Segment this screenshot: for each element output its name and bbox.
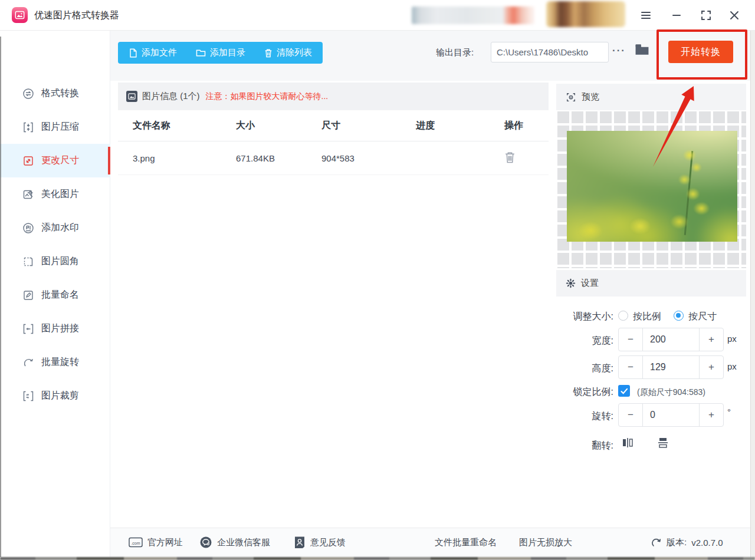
rotate-icon [22, 357, 34, 368]
table-row: 3.png 671.84KB 904*583 [118, 141, 549, 175]
close-icon [728, 9, 740, 21]
radio-by-size-label[interactable]: 按尺寸 [688, 311, 717, 323]
sidebar-item-label: 图片压缩 [41, 121, 79, 133]
sidebar-item-label: 批量旋转 [41, 356, 79, 368]
sidebar-item-label: 图片裁剪 [41, 390, 79, 402]
sidebar-item-compress[interactable]: 图片压缩 [0, 110, 110, 144]
convert-icon [22, 88, 34, 100]
width-unit: px [727, 334, 737, 344]
flip-vertical-icon [656, 436, 669, 449]
browse-more-button[interactable]: ··· [612, 45, 626, 57]
sidebar-item-stitch[interactable]: 图片拼接 [0, 312, 110, 345]
feedback-link[interactable]: 意见反馈 [294, 528, 346, 557]
sidebar-item-batch-rotate[interactable]: 批量旋转 [0, 345, 110, 379]
batch-rename-label: 文件批量重命名 [435, 537, 497, 548]
menu-button[interactable] [635, 5, 657, 26]
active-indicator [108, 147, 110, 174]
rotate-input[interactable]: 0 [642, 404, 700, 426]
rotate-minus-button[interactable]: − [619, 404, 642, 426]
rotate-label: 旋转: [552, 410, 613, 423]
output-dir-label: 输出目录: [436, 47, 474, 58]
settings-title: 设置 [581, 278, 599, 289]
sidebar-item-label: 添加水印 [41, 222, 79, 234]
add-directory-button[interactable]: 添加目录 [196, 47, 245, 58]
sidebar-item-crop[interactable]: 图片裁剪 [0, 379, 110, 413]
width-input[interactable]: 200 [642, 328, 700, 351]
sidebar-item-label: 美化图片 [41, 188, 79, 200]
radio-by-size[interactable] [674, 311, 684, 321]
resize-icon [22, 155, 34, 167]
wechat-support-link[interactable]: 企业微信客服 [199, 528, 270, 557]
height-minus-button[interactable]: − [619, 356, 642, 378]
watermark-icon [22, 222, 34, 234]
radio-by-ratio[interactable] [618, 311, 628, 321]
dot-com-icon: .com [129, 537, 143, 548]
width-plus-button[interactable]: + [700, 328, 723, 351]
chat-icon [199, 536, 212, 549]
col-size: 大小 [236, 120, 321, 132]
lossless-upscale-label: 图片无损放大 [519, 537, 572, 548]
preview-title: 预览 [582, 91, 599, 103]
original-size-note: (原始尺寸904:583) [637, 387, 705, 398]
flip-vertical-button[interactable] [656, 436, 669, 449]
add-files-button[interactable]: 添加文件 [129, 47, 177, 58]
file-action-bar: 添加文件 添加目录 清除列表 [118, 42, 323, 64]
radio-by-ratio-label[interactable]: 按比例 [633, 311, 661, 323]
height-label: 高度: [552, 363, 613, 375]
width-minus-button[interactable]: − [619, 328, 642, 351]
maximize-icon [700, 9, 712, 21]
lossless-upscale-link[interactable]: 图片无损放大 [519, 528, 572, 557]
height-input[interactable]: 129 [642, 356, 700, 378]
output-dir-input[interactable]: C:\Users\17486\Deskto [491, 42, 609, 62]
close-button[interactable] [723, 5, 746, 26]
height-plus-button[interactable]: + [700, 356, 723, 378]
sidebar-item-rounded-corner[interactable]: 图片圆角 [0, 245, 110, 278]
rotate-plus-button[interactable]: + [700, 404, 723, 426]
lock-ratio-label: 锁定比例: [552, 386, 613, 398]
refresh-icon [651, 537, 662, 548]
add-files-label: 添加文件 [142, 47, 177, 58]
crop-icon [22, 390, 34, 402]
app-title: 优速图片格式转换器 [34, 9, 119, 22]
batch-rename-link[interactable]: 文件批量重命名 [435, 528, 497, 557]
stitch-icon [22, 323, 34, 335]
trash-icon [264, 48, 273, 58]
rotate-unit: ° [727, 407, 731, 417]
sidebar-item-format-convert[interactable]: 格式转换 [0, 77, 110, 110]
sidebar: 格式转换 图片压缩 更改尺寸 美化图片 添加水印 图片圆角 批量命名 图片拼接 … [0, 31, 110, 557]
minimize-button[interactable] [665, 5, 688, 26]
sidebar-item-resize[interactable]: 更改尺寸 [0, 144, 110, 177]
photo-flowers [567, 131, 737, 242]
cell-dims: 904*583 [321, 153, 416, 163]
col-filename: 文件名称 [118, 120, 236, 132]
sidebar-item-batch-rename[interactable]: 批量命名 [0, 278, 110, 312]
sidebar-item-beautify[interactable]: 美化图片 [0, 177, 110, 211]
version-value: v2.0.7.0 [691, 538, 723, 548]
folder-open-icon [635, 44, 649, 56]
image-info-note: 注意：如果图片较大请耐心等待... [206, 91, 329, 102]
sidebar-item-watermark[interactable]: 添加水印 [0, 211, 110, 245]
sidebar-item-label: 更改尺寸 [41, 154, 79, 167]
official-site-link[interactable]: .com 官方网址 [129, 528, 183, 557]
open-folder-button[interactable] [635, 44, 649, 58]
svg-text:.com: .com [131, 541, 140, 545]
cell-size: 671.84KB [236, 153, 321, 163]
lock-ratio-checkbox[interactable] [618, 385, 630, 397]
preview-icon [566, 92, 576, 103]
delete-row-button[interactable] [504, 151, 516, 163]
table-header: 文件名称 大小 尺寸 进度 操作 [118, 110, 549, 141]
title-bar: 优速图片格式转换器 [0, 0, 755, 31]
resize-mode-label: 调整大小: [552, 311, 613, 323]
sidebar-item-label: 批量命名 [41, 289, 79, 301]
redacted-region-2 [546, 1, 625, 27]
start-convert-button[interactable]: 开始转换 [668, 41, 733, 63]
width-stepper: − 200 + [618, 328, 724, 351]
clear-list-button[interactable]: 清除列表 [264, 47, 312, 58]
flip-horizontal-button[interactable] [621, 436, 634, 449]
cell-action [504, 151, 549, 165]
version-info[interactable]: 版本: v2.0.7.0 [651, 528, 723, 557]
check-icon [621, 388, 628, 394]
flip-label: 翻转: [552, 440, 613, 452]
col-progress: 进度 [416, 120, 504, 132]
maximize-button[interactable] [695, 5, 717, 26]
